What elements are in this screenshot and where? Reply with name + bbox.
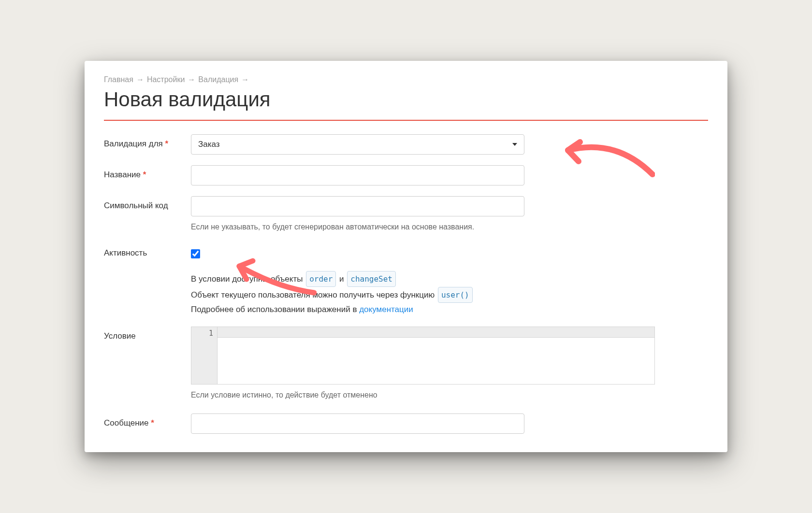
required-marker: * [151, 418, 154, 428]
row-validation-for: Валидация для * Заказ [104, 134, 708, 155]
token-order: order [306, 271, 336, 287]
row-name: Название * [104, 165, 708, 185]
name-input[interactable] [191, 165, 524, 185]
label-condition: Условие [104, 327, 191, 341]
active-checkbox[interactable] [191, 249, 200, 258]
code-input[interactable] [191, 196, 524, 216]
info-text: и [339, 274, 344, 284]
info-text: В условии доступны объекты [191, 274, 303, 284]
label-active: Активность [104, 243, 191, 258]
window: Главная → Настройки → Валидация → Новая … [85, 61, 727, 452]
validation-for-value: Заказ [198, 140, 220, 149]
condition-info: В условии доступны объекты order и chang… [191, 271, 655, 317]
info-text: Объект текущего пользователя можно получ… [191, 290, 435, 299]
divider [104, 120, 708, 121]
label-validation-for: Валидация для * [104, 134, 191, 149]
code-help-text: Если не указывать, то будет сгенерирован… [191, 221, 524, 233]
breadcrumb-validation[interactable]: Валидация [198, 75, 238, 84]
required-marker: * [143, 170, 146, 179]
row-condition: Условие 1 Если условие истинно, то дейст… [104, 327, 708, 401]
breadcrumb-separator: → [241, 75, 249, 84]
condition-help-text: Если условие истинно, то действие будет … [191, 389, 655, 401]
row-message: Сообщение * [104, 413, 708, 434]
token-changeset: changeSet [347, 271, 396, 287]
row-active: Активность [104, 243, 708, 260]
breadcrumb: Главная → Настройки → Валидация → [104, 75, 708, 84]
validation-for-select[interactable]: Заказ [191, 134, 524, 155]
code-area[interactable] [218, 327, 654, 384]
label-message: Сообщение * [104, 413, 191, 428]
breadcrumb-settings[interactable]: Настройки [147, 75, 185, 84]
breadcrumb-separator: → [188, 75, 195, 84]
required-marker: * [165, 139, 169, 148]
token-user: user() [438, 287, 473, 303]
row-code: Символьный код Если не указывать, то буд… [104, 196, 708, 233]
breadcrumb-home[interactable]: Главная [104, 75, 133, 84]
info-text: Подробнее об использовании выражений в [191, 305, 357, 314]
code-gutter: 1 [191, 327, 218, 384]
breadcrumb-separator: → [136, 75, 144, 84]
page-title: Новая валидация [104, 88, 708, 111]
message-input[interactable] [191, 413, 524, 434]
label-name: Название * [104, 165, 191, 180]
documentation-link[interactable]: документации [359, 305, 413, 314]
label-code: Символьный код [104, 196, 191, 211]
code-active-line [218, 327, 654, 338]
line-number: 1 [191, 329, 213, 338]
condition-code-editor[interactable]: 1 [191, 327, 655, 385]
chevron-down-icon [512, 143, 517, 146]
